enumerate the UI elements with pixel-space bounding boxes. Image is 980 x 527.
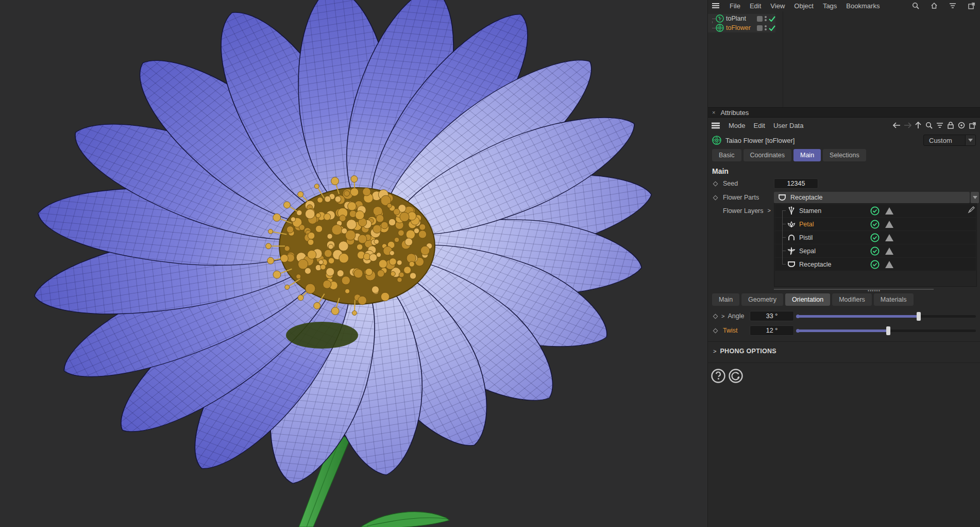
menu-object[interactable]: Object [794,2,814,10]
splitter-grip-icon[interactable]: •••••• [868,288,881,293]
close-icon[interactable]: × [712,109,715,116]
up-arrow-icon[interactable] [914,121,923,130]
tab-coordinates[interactable]: Coordinates [744,149,791,161]
tab-main[interactable]: Main [793,149,821,161]
keyframe-diamond-icon[interactable] [713,181,718,186]
search-icon[interactable] [924,121,934,130]
enable-dots-icon[interactable] [765,16,767,21]
popout-icon[interactable] [967,1,976,10]
solo-triangle-icon[interactable] [885,207,893,215]
search-icon[interactable] [911,1,920,10]
object-label[interactable]: toPlant [726,15,757,22]
enabled-check-icon[interactable] [870,233,880,242]
tab-selections[interactable]: Selections [823,149,866,161]
twist-slider-handle[interactable] [886,326,890,335]
green-check-icon[interactable] [769,25,775,31]
menu-file[interactable]: File [730,2,740,10]
tab-main-sub[interactable]: Main [712,293,739,306]
filter-icon[interactable] [948,1,957,10]
enabled-check-icon[interactable] [870,206,880,216]
panel-splitter[interactable]: •••••• [708,287,980,292]
phong-help-icon[interactable] [711,368,726,384]
filter-icon[interactable] [935,121,944,130]
menu-user-data[interactable]: User Data [773,122,804,129]
3d-viewport[interactable] [0,0,708,527]
menu-tags[interactable]: Tags [823,2,837,10]
expander-chevron-icon[interactable]: > [721,313,724,319]
keyframe-diamond-icon[interactable] [713,328,718,333]
green-check-icon[interactable] [769,16,775,22]
angle-input[interactable] [750,311,794,321]
flower-layers-label: Flower Layers [723,207,764,215]
layer-chip-icon[interactable] [757,25,763,31]
hamburger-menu-icon[interactable] [711,121,720,130]
flower-object-icon[interactable] [716,24,724,32]
flower-layers-list: Stamen Petal Pistil [774,203,977,287]
angle-slider[interactable] [797,315,976,318]
solo-triangle-icon[interactable] [885,234,893,241]
layer-name: Petal [799,221,870,228]
solo-triangle-icon[interactable] [885,248,893,255]
object-row-toflower[interactable]: toFlower [708,23,775,32]
sub-tabs: Main Geometry Orientation Modifiers Mate… [708,292,980,307]
seed-input[interactable] [774,178,818,189]
layer-name: Sepal [799,248,870,255]
receptacle-icon [778,193,786,202]
twist-input[interactable] [750,325,794,336]
menu-mode[interactable]: Mode [729,122,746,129]
right-panel: File Edit View Object Tags Bookmarks toP… [708,0,980,527]
tab-geometry[interactable]: Geometry [741,293,783,306]
menu-bookmarks[interactable]: Bookmarks [846,2,880,10]
expander-chevron-icon[interactable]: > [713,348,716,354]
home-icon[interactable] [930,1,939,10]
menu-view[interactable]: View [770,2,785,10]
attributes-title: Attributes [720,109,749,117]
layer-row-sepal[interactable]: Sepal [775,244,976,257]
forward-arrow-icon[interactable] [903,121,912,130]
keyframe-diamond-icon[interactable] [713,314,718,319]
solo-triangle-icon[interactable] [885,261,893,268]
enabled-check-icon[interactable] [870,246,880,256]
back-arrow-icon[interactable] [892,121,901,130]
seed-row: Seed [708,178,980,189]
chevron-down-icon[interactable] [971,192,979,203]
solo-triangle-icon[interactable] [885,221,893,228]
tab-materials[interactable]: Materials [874,293,914,306]
flower-parts-dropdown[interactable]: Receptacle [774,192,970,203]
layer-row-pistil[interactable]: Pistil [775,231,976,244]
flower-parts-label: Flower Parts [723,194,759,201]
lock-icon[interactable] [946,121,955,130]
popout-icon[interactable] [968,121,977,130]
edit-pencil-icon[interactable] [968,206,975,215]
tab-orientation[interactable]: Orientation [785,293,830,306]
layer-row-receptacle[interactable]: Receptacle [775,258,976,271]
menu-edit[interactable]: Edit [754,122,765,129]
layer-row-stamen[interactable]: Stamen [775,204,976,217]
layer-chip-icon[interactable] [757,16,763,22]
angle-slider-handle[interactable] [917,312,921,321]
tab-basic[interactable]: Basic [712,149,741,161]
enabled-check-icon[interactable] [870,220,880,229]
flower-object-icon [712,136,721,145]
object-label[interactable]: toFlower [726,24,757,31]
twist-slider[interactable] [797,330,976,332]
menu-edit[interactable]: Edit [750,2,761,10]
flower-layers-area: Flower Layers > Stamen Petal [708,203,980,287]
layer-name: Receptacle [799,261,870,268]
receptacle-icon [787,260,796,269]
enable-dots-icon[interactable] [765,25,767,30]
preset-dropdown-value: Custom [924,137,965,144]
phong-options-row[interactable]: > PHONG OPTIONS [708,345,980,357]
layer-row-petal[interactable]: Petal [775,218,976,230]
preset-dropdown[interactable]: Custom [923,135,976,146]
object-row-toplant[interactable]: toPlant [708,14,775,23]
expander-chevron-icon[interactable]: > [768,207,771,213]
keyframe-diamond-icon[interactable] [713,195,718,200]
target-icon[interactable] [957,121,966,130]
plant-object-icon[interactable] [716,14,724,23]
angle-label: Angle [728,312,744,320]
hamburger-menu-icon[interactable] [711,1,720,10]
tab-modifiers[interactable]: Modifiers [832,293,872,306]
reset-rotation-icon[interactable] [728,368,744,384]
enabled-check-icon[interactable] [870,260,880,269]
